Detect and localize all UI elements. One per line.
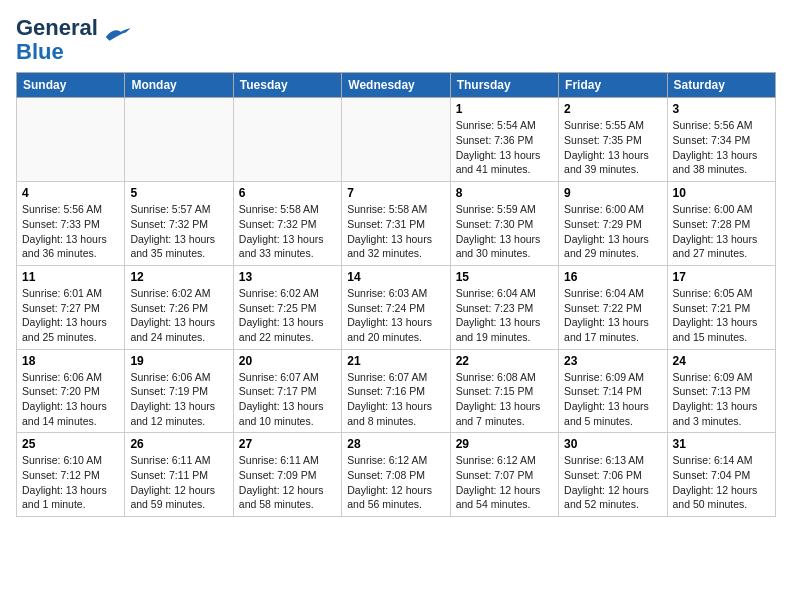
- day-number: 21: [347, 354, 444, 368]
- day-number: 25: [22, 437, 119, 451]
- day-info: Sunrise: 6:06 AM Sunset: 7:19 PM Dayligh…: [130, 370, 227, 429]
- logo: GeneralBlue: [16, 16, 132, 64]
- calendar-day-cell: 8Sunrise: 5:59 AM Sunset: 7:30 PM Daylig…: [450, 182, 558, 266]
- calendar-day-cell: 4Sunrise: 5:56 AM Sunset: 7:33 PM Daylig…: [17, 182, 125, 266]
- day-number: 1: [456, 102, 553, 116]
- calendar-day-cell: 18Sunrise: 6:06 AM Sunset: 7:20 PM Dayli…: [17, 349, 125, 433]
- day-info: Sunrise: 5:59 AM Sunset: 7:30 PM Dayligh…: [456, 202, 553, 261]
- calendar-day-cell: 14Sunrise: 6:03 AM Sunset: 7:24 PM Dayli…: [342, 265, 450, 349]
- calendar-week-row: 4Sunrise: 5:56 AM Sunset: 7:33 PM Daylig…: [17, 182, 776, 266]
- day-number: 4: [22, 186, 119, 200]
- calendar-week-row: 25Sunrise: 6:10 AM Sunset: 7:12 PM Dayli…: [17, 433, 776, 517]
- calendar-day-cell: 3Sunrise: 5:56 AM Sunset: 7:34 PM Daylig…: [667, 98, 775, 182]
- calendar-day-cell: 28Sunrise: 6:12 AM Sunset: 7:08 PM Dayli…: [342, 433, 450, 517]
- day-info: Sunrise: 6:11 AM Sunset: 7:11 PM Dayligh…: [130, 453, 227, 512]
- calendar-header-row: SundayMondayTuesdayWednesdayThursdayFrid…: [17, 73, 776, 98]
- day-info: Sunrise: 5:54 AM Sunset: 7:36 PM Dayligh…: [456, 118, 553, 177]
- day-number: 9: [564, 186, 661, 200]
- calendar-day-cell: 20Sunrise: 6:07 AM Sunset: 7:17 PM Dayli…: [233, 349, 341, 433]
- day-number: 20: [239, 354, 336, 368]
- day-info: Sunrise: 6:03 AM Sunset: 7:24 PM Dayligh…: [347, 286, 444, 345]
- calendar-day-cell: 10Sunrise: 6:00 AM Sunset: 7:28 PM Dayli…: [667, 182, 775, 266]
- day-info: Sunrise: 5:55 AM Sunset: 7:35 PM Dayligh…: [564, 118, 661, 177]
- day-number: 19: [130, 354, 227, 368]
- day-number: 22: [456, 354, 553, 368]
- logo-text: GeneralBlue: [16, 16, 98, 64]
- calendar-day-cell: 6Sunrise: 5:58 AM Sunset: 7:32 PM Daylig…: [233, 182, 341, 266]
- calendar-day-cell: 2Sunrise: 5:55 AM Sunset: 7:35 PM Daylig…: [559, 98, 667, 182]
- calendar-day-cell: 25Sunrise: 6:10 AM Sunset: 7:12 PM Dayli…: [17, 433, 125, 517]
- calendar-day-cell: 9Sunrise: 6:00 AM Sunset: 7:29 PM Daylig…: [559, 182, 667, 266]
- day-info: Sunrise: 6:00 AM Sunset: 7:28 PM Dayligh…: [673, 202, 770, 261]
- calendar-day-cell: 11Sunrise: 6:01 AM Sunset: 7:27 PM Dayli…: [17, 265, 125, 349]
- day-info: Sunrise: 6:06 AM Sunset: 7:20 PM Dayligh…: [22, 370, 119, 429]
- calendar-week-row: 1Sunrise: 5:54 AM Sunset: 7:36 PM Daylig…: [17, 98, 776, 182]
- day-info: Sunrise: 6:08 AM Sunset: 7:15 PM Dayligh…: [456, 370, 553, 429]
- day-info: Sunrise: 6:12 AM Sunset: 7:07 PM Dayligh…: [456, 453, 553, 512]
- calendar-day-cell: 24Sunrise: 6:09 AM Sunset: 7:13 PM Dayli…: [667, 349, 775, 433]
- day-number: 24: [673, 354, 770, 368]
- calendar-day-cell: 22Sunrise: 6:08 AM Sunset: 7:15 PM Dayli…: [450, 349, 558, 433]
- day-number: 11: [22, 270, 119, 284]
- day-number: 30: [564, 437, 661, 451]
- calendar-day-cell: 7Sunrise: 5:58 AM Sunset: 7:31 PM Daylig…: [342, 182, 450, 266]
- day-number: 5: [130, 186, 227, 200]
- day-info: Sunrise: 6:01 AM Sunset: 7:27 PM Dayligh…: [22, 286, 119, 345]
- calendar-day-cell: 26Sunrise: 6:11 AM Sunset: 7:11 PM Dayli…: [125, 433, 233, 517]
- calendar-day-cell: [342, 98, 450, 182]
- weekday-header: Thursday: [450, 73, 558, 98]
- weekday-header: Tuesday: [233, 73, 341, 98]
- weekday-header: Monday: [125, 73, 233, 98]
- day-number: 31: [673, 437, 770, 451]
- day-number: 18: [22, 354, 119, 368]
- calendar-day-cell: 13Sunrise: 6:02 AM Sunset: 7:25 PM Dayli…: [233, 265, 341, 349]
- day-number: 28: [347, 437, 444, 451]
- calendar-day-cell: [233, 98, 341, 182]
- day-info: Sunrise: 6:00 AM Sunset: 7:29 PM Dayligh…: [564, 202, 661, 261]
- day-info: Sunrise: 6:07 AM Sunset: 7:16 PM Dayligh…: [347, 370, 444, 429]
- calendar-day-cell: 19Sunrise: 6:06 AM Sunset: 7:19 PM Dayli…: [125, 349, 233, 433]
- calendar-day-cell: [125, 98, 233, 182]
- calendar-day-cell: 29Sunrise: 6:12 AM Sunset: 7:07 PM Dayli…: [450, 433, 558, 517]
- day-info: Sunrise: 5:57 AM Sunset: 7:32 PM Dayligh…: [130, 202, 227, 261]
- calendar-day-cell: 12Sunrise: 6:02 AM Sunset: 7:26 PM Dayli…: [125, 265, 233, 349]
- calendar-day-cell: 31Sunrise: 6:14 AM Sunset: 7:04 PM Dayli…: [667, 433, 775, 517]
- day-info: Sunrise: 5:58 AM Sunset: 7:32 PM Dayligh…: [239, 202, 336, 261]
- day-number: 6: [239, 186, 336, 200]
- day-info: Sunrise: 6:04 AM Sunset: 7:22 PM Dayligh…: [564, 286, 661, 345]
- calendar-day-cell: 23Sunrise: 6:09 AM Sunset: 7:14 PM Dayli…: [559, 349, 667, 433]
- day-number: 17: [673, 270, 770, 284]
- header: GeneralBlue: [16, 16, 776, 64]
- weekday-header: Saturday: [667, 73, 775, 98]
- day-info: Sunrise: 6:14 AM Sunset: 7:04 PM Dayligh…: [673, 453, 770, 512]
- calendar-day-cell: 17Sunrise: 6:05 AM Sunset: 7:21 PM Dayli…: [667, 265, 775, 349]
- calendar-week-row: 18Sunrise: 6:06 AM Sunset: 7:20 PM Dayli…: [17, 349, 776, 433]
- day-info: Sunrise: 6:05 AM Sunset: 7:21 PM Dayligh…: [673, 286, 770, 345]
- day-number: 7: [347, 186, 444, 200]
- day-number: 3: [673, 102, 770, 116]
- day-number: 16: [564, 270, 661, 284]
- day-number: 12: [130, 270, 227, 284]
- day-info: Sunrise: 5:56 AM Sunset: 7:34 PM Dayligh…: [673, 118, 770, 177]
- weekday-header: Wednesday: [342, 73, 450, 98]
- day-number: 27: [239, 437, 336, 451]
- day-info: Sunrise: 6:04 AM Sunset: 7:23 PM Dayligh…: [456, 286, 553, 345]
- calendar-day-cell: 30Sunrise: 6:13 AM Sunset: 7:06 PM Dayli…: [559, 433, 667, 517]
- day-number: 14: [347, 270, 444, 284]
- day-info: Sunrise: 6:13 AM Sunset: 7:06 PM Dayligh…: [564, 453, 661, 512]
- calendar-day-cell: 21Sunrise: 6:07 AM Sunset: 7:16 PM Dayli…: [342, 349, 450, 433]
- day-number: 26: [130, 437, 227, 451]
- day-number: 15: [456, 270, 553, 284]
- day-info: Sunrise: 6:12 AM Sunset: 7:08 PM Dayligh…: [347, 453, 444, 512]
- calendar-day-cell: 16Sunrise: 6:04 AM Sunset: 7:22 PM Dayli…: [559, 265, 667, 349]
- calendar-day-cell: 15Sunrise: 6:04 AM Sunset: 7:23 PM Dayli…: [450, 265, 558, 349]
- calendar-day-cell: 27Sunrise: 6:11 AM Sunset: 7:09 PM Dayli…: [233, 433, 341, 517]
- day-info: Sunrise: 6:09 AM Sunset: 7:14 PM Dayligh…: [564, 370, 661, 429]
- day-info: Sunrise: 5:58 AM Sunset: 7:31 PM Dayligh…: [347, 202, 444, 261]
- day-number: 23: [564, 354, 661, 368]
- day-info: Sunrise: 6:10 AM Sunset: 7:12 PM Dayligh…: [22, 453, 119, 512]
- day-info: Sunrise: 6:02 AM Sunset: 7:26 PM Dayligh…: [130, 286, 227, 345]
- day-number: 29: [456, 437, 553, 451]
- calendar-day-cell: 1Sunrise: 5:54 AM Sunset: 7:36 PM Daylig…: [450, 98, 558, 182]
- day-info: Sunrise: 6:11 AM Sunset: 7:09 PM Dayligh…: [239, 453, 336, 512]
